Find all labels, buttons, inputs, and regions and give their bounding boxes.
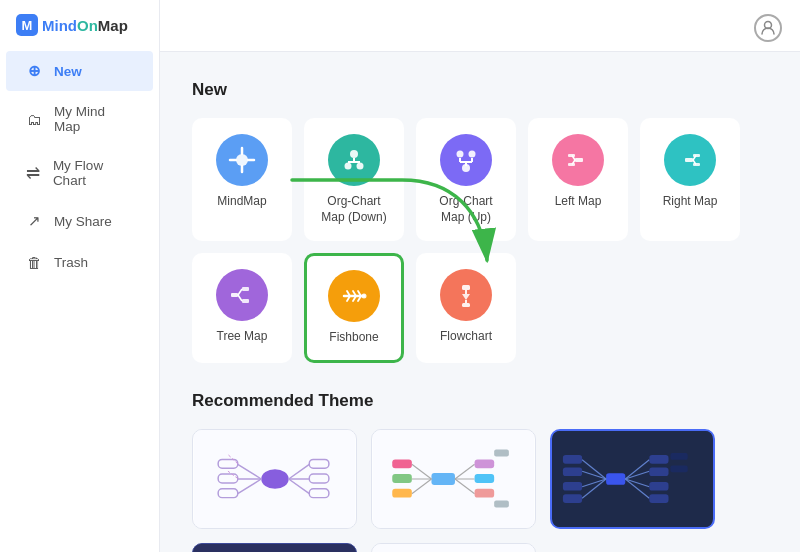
svg-rect-19 <box>568 163 575 166</box>
svg-rect-40 <box>462 285 470 290</box>
svg-rect-113 <box>373 544 535 552</box>
svg-point-39 <box>362 294 367 299</box>
svg-rect-89 <box>670 453 687 460</box>
svg-rect-24 <box>693 163 700 166</box>
svg-rect-96 <box>649 494 668 503</box>
svg-rect-27 <box>231 293 238 297</box>
theme-grid <box>192 429 768 552</box>
top-bar <box>160 0 800 52</box>
mindmap-circle-icon <box>216 134 268 186</box>
svg-rect-74 <box>475 489 495 498</box>
svg-text:M: M <box>22 18 33 33</box>
nav-label-my-flow-chart: My Flow Chart <box>53 158 135 188</box>
svg-rect-66 <box>392 474 412 483</box>
nav-label-my-share: My Share <box>54 214 112 229</box>
page-wrapper: New MindMap <box>160 0 800 552</box>
nav-label-trash: Trash <box>54 255 88 270</box>
trash-icon: 🗑 <box>24 254 44 271</box>
svg-rect-64 <box>392 459 412 468</box>
map-item-fishbone[interactable]: Fishbone <box>304 253 404 363</box>
svg-rect-86 <box>563 494 582 503</box>
nav-label-new: New <box>54 64 82 79</box>
tree-map-icon <box>216 269 268 321</box>
nav-item-my-flow-chart[interactable]: ⇌ My Flow Chart <box>6 147 153 199</box>
nav-item-my-share[interactable]: ↗ My Share <box>6 201 153 241</box>
user-avatar[interactable] <box>754 14 782 42</box>
svg-rect-80 <box>563 455 582 464</box>
plus-icon: ⊕ <box>24 62 44 80</box>
new-items-grid: MindMap Org-Chart Map (Down) <box>192 118 768 241</box>
org-chart-down-icon <box>328 134 380 186</box>
svg-rect-94 <box>649 482 668 491</box>
map-item-org-chart-up[interactable]: Org-Chart Map (Up) <box>416 118 516 241</box>
flowchart-label: Flowchart <box>440 329 492 345</box>
svg-line-30 <box>238 289 242 295</box>
svg-point-16 <box>462 164 470 172</box>
svg-rect-78 <box>606 473 625 485</box>
map-item-tree-map[interactable]: Tree Map <box>192 253 292 363</box>
svg-rect-97 <box>194 544 356 552</box>
svg-rect-77 <box>553 431 711 527</box>
mindmap-label: MindMap <box>217 194 266 210</box>
svg-rect-72 <box>475 474 495 483</box>
nav-label-my-mind-map: My Mind Map <box>54 104 135 134</box>
svg-rect-17 <box>575 158 583 162</box>
theme-card-1[interactable] <box>192 429 357 529</box>
svg-rect-70 <box>475 459 495 468</box>
recommended-section-title: Recommended Theme <box>192 391 768 411</box>
svg-rect-76 <box>494 500 509 507</box>
svg-rect-22 <box>685 158 693 162</box>
sidebar: M MindOnMap ⊕ New 🗂 My Mind Map ⇌ My Flo… <box>0 0 160 552</box>
svg-point-4 <box>236 154 248 166</box>
svg-point-8 <box>345 163 352 170</box>
svg-rect-82 <box>563 467 582 476</box>
svg-rect-44 <box>462 303 470 307</box>
fishbone-label: Fishbone <box>329 330 378 346</box>
svg-rect-18 <box>568 154 575 157</box>
right-map-label: Right Map <box>663 194 718 210</box>
new-section-title: New <box>192 80 768 100</box>
logo-icon: M <box>16 14 38 36</box>
svg-rect-91 <box>649 467 668 476</box>
nav-item-my-mind-map[interactable]: 🗂 My Mind Map <box>6 93 153 145</box>
main-content: New MindMap <box>160 52 800 552</box>
svg-rect-88 <box>649 455 668 464</box>
flowchart-icon <box>440 269 492 321</box>
theme-card-2[interactable] <box>371 429 536 529</box>
map-item-left-map[interactable]: Left Map <box>528 118 628 241</box>
map-item-right-map[interactable]: Right Map <box>640 118 740 241</box>
svg-point-11 <box>469 151 476 158</box>
map-item-mindmap[interactable]: MindMap <box>192 118 292 241</box>
theme-card-4[interactable] <box>192 543 357 552</box>
fishbone-icon <box>328 270 380 322</box>
org-chart-down-label: Org-Chart Map (Down) <box>316 194 392 225</box>
org-chart-up-label: Org-Chart Map (Up) <box>428 194 504 225</box>
tree-map-label: Tree Map <box>217 329 268 345</box>
svg-rect-84 <box>563 482 582 491</box>
nav-item-new[interactable]: ⊕ New <box>6 51 153 91</box>
flowchart-nav-icon: ⇌ <box>24 163 43 184</box>
svg-marker-42 <box>462 294 470 300</box>
svg-rect-92 <box>670 465 687 472</box>
theme-card-3[interactable] <box>550 429 715 529</box>
svg-rect-29 <box>242 299 249 303</box>
org-chart-up-icon <box>440 134 492 186</box>
logo: M MindOnMap <box>0 0 159 50</box>
theme-card-5[interactable] <box>371 543 536 552</box>
right-map-icon <box>664 134 716 186</box>
svg-line-31 <box>238 295 242 301</box>
svg-rect-62 <box>431 473 455 485</box>
nav-item-trash[interactable]: 🗑 Trash <box>6 243 153 282</box>
left-map-icon <box>552 134 604 186</box>
mindmap-icon: 🗂 <box>24 111 44 128</box>
svg-rect-68 <box>392 489 412 498</box>
svg-point-5 <box>350 150 358 158</box>
share-icon: ↗ <box>24 212 44 230</box>
svg-rect-23 <box>693 154 700 157</box>
svg-rect-28 <box>242 287 249 291</box>
svg-rect-75 <box>494 449 509 456</box>
map-item-flowchart[interactable]: Flowchart <box>416 253 516 363</box>
map-item-org-chart-down[interactable]: Org-Chart Map (Down) <box>304 118 404 241</box>
svg-point-9 <box>357 163 364 170</box>
svg-point-46 <box>261 469 288 489</box>
